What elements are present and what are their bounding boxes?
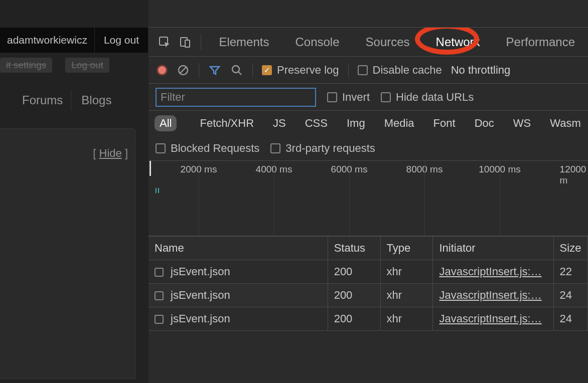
invert-label: Invert — [342, 91, 370, 104]
third-party-label: 3rd-party requests — [285, 142, 375, 155]
device-toolbar-icon[interactable] — [175, 31, 196, 53]
type-wasm[interactable]: Wasm — [545, 115, 586, 131]
request-type-filters: All Fetch/XHR JS CSS Img Media Font Doc … — [149, 111, 588, 136]
tab-network-label: Network — [436, 35, 480, 49]
third-party-requests-toggle[interactable]: 3rd-party requests — [270, 142, 375, 155]
devtools-panel: Elements Console Sources Network Perform… — [149, 0, 588, 383]
col-size[interactable]: Size — [553, 237, 587, 260]
initiator-link[interactable]: JavascriptInsert.js:… — [439, 312, 541, 325]
timeline-activity-tick — [158, 188, 159, 193]
app-toolbar: it settings Log out — [0, 53, 149, 78]
app-nav: Forums Blogs — [0, 85, 149, 115]
table-row[interactable]: jsEvent.json200xhrJavascriptInsert.js:…2… — [149, 307, 588, 331]
checkbox-icon — [270, 143, 280, 153]
settings-button-dimmed[interactable]: it settings — [0, 58, 52, 73]
checkbox-icon — [327, 92, 337, 102]
inspect-element-icon[interactable] — [155, 31, 175, 53]
network-timeline[interactable]: 2000 ms 4000 ms 6000 ms 8000 ms 10000 ms… — [149, 161, 588, 236]
tab-console[interactable]: Console — [282, 28, 352, 57]
invert-toggle[interactable]: Invert — [327, 91, 370, 104]
search-icon[interactable] — [230, 64, 243, 77]
hide-label: Hide — [99, 147, 122, 159]
type-font[interactable]: Font — [428, 115, 461, 131]
devtools-tabs: Elements Console Sources Network Perform… — [149, 28, 588, 57]
filter-icon[interactable] — [208, 64, 221, 77]
record-button[interactable] — [157, 65, 168, 76]
row-checkbox[interactable] — [155, 291, 164, 300]
col-name[interactable]: Name — [149, 237, 328, 260]
preserve-log-toggle[interactable]: ✓ Preserve log — [262, 64, 339, 77]
nav-forums[interactable]: Forums — [14, 90, 71, 110]
type-js[interactable]: JS — [268, 115, 291, 131]
grid-line — [424, 161, 425, 236]
type-img[interactable]: Img — [342, 115, 370, 131]
background-app-panel: adamtworkiewicz Log out it settings Log … — [0, 0, 149, 383]
svg-rect-2 — [185, 40, 190, 47]
filter-input[interactable] — [156, 88, 316, 107]
table-row[interactable]: jsEvent.json200xhrJavascriptInsert.js:…2… — [149, 284, 588, 307]
type-all[interactable]: All — [155, 115, 177, 131]
checkbox-icon — [358, 65, 368, 75]
row-checkbox[interactable] — [155, 268, 164, 277]
app-topbar: adamtworkiewicz Log out — [0, 28, 149, 53]
tab-network[interactable]: Network — [423, 28, 493, 57]
network-toolbar: ✓ Preserve log Disable cache No throttli… — [149, 57, 588, 84]
tab-elements[interactable]: Elements — [206, 28, 282, 57]
grid-line — [500, 161, 500, 236]
grid-line — [349, 161, 350, 236]
hide-data-urls-label: Hide data URLs — [396, 91, 474, 104]
extra-filters: Blocked Requests 3rd-party requests — [149, 136, 588, 161]
throttling-dropdown[interactable]: No throttling — [451, 64, 511, 77]
preserve-log-label: Preserve log — [277, 64, 339, 77]
tab-sources[interactable]: Sources — [353, 28, 423, 57]
checkbox-icon — [156, 143, 166, 153]
col-initiator[interactable]: Initiator — [433, 237, 553, 260]
content-panel: [ Hide ] — [0, 128, 135, 379]
blocked-requests-toggle[interactable]: Blocked Requests — [156, 142, 259, 155]
col-status[interactable]: Status — [328, 237, 380, 260]
row-checkbox[interactable] — [155, 315, 164, 324]
separator — [252, 63, 253, 77]
initiator-link[interactable]: JavascriptInsert.js:… — [439, 289, 541, 301]
disable-cache-toggle[interactable]: Disable cache — [358, 64, 442, 77]
type-css[interactable]: CSS — [300, 115, 333, 131]
checkbox-checked-icon: ✓ — [262, 65, 272, 75]
checkbox-icon — [381, 92, 391, 102]
type-ws[interactable]: WS — [508, 115, 536, 131]
separator — [348, 63, 349, 77]
timeline-activity-tick — [156, 188, 157, 193]
username-label[interactable]: adamtworkiewicz — [0, 28, 95, 53]
disable-cache-label: Disable cache — [373, 64, 442, 77]
timeline-labels: 2000 ms 4000 ms 6000 ms 8000 ms 10000 ms… — [149, 164, 588, 177]
network-request-table: Name Status Type Initiator Size jsEvent.… — [149, 236, 588, 331]
devtools-titlebar-gap — [149, 0, 588, 28]
filter-bar: Invert Hide data URLs — [149, 84, 588, 111]
table-header-row: Name Status Type Initiator Size — [149, 237, 588, 260]
divider — [201, 35, 201, 50]
table-row[interactable]: jsEvent.json200xhrJavascriptInsert.js:…2… — [149, 260, 588, 284]
tab-performance[interactable]: Performance — [493, 28, 588, 57]
logout-button-dimmed[interactable]: Log out — [65, 58, 109, 73]
hide-data-urls-toggle[interactable]: Hide data URLs — [381, 91, 474, 104]
logout-link[interactable]: Log out — [95, 28, 149, 53]
col-type[interactable]: Type — [380, 237, 433, 260]
svg-point-4 — [232, 66, 239, 73]
time-tick: 12000 m — [560, 164, 586, 186]
hide-toggle[interactable]: [ Hide ] — [93, 147, 128, 160]
initiator-link[interactable]: JavascriptInsert.js:… — [439, 265, 541, 278]
type-doc[interactable]: Doc — [470, 115, 499, 131]
grid-line — [274, 161, 274, 236]
type-fetch-xhr[interactable]: Fetch/XHR — [195, 115, 259, 131]
grid-line — [199, 161, 199, 236]
separator — [199, 63, 199, 77]
type-media[interactable]: Media — [379, 115, 419, 131]
nav-blogs[interactable]: Blogs — [73, 90, 119, 110]
clear-icon[interactable] — [177, 64, 190, 77]
blocked-requests-label: Blocked Requests — [171, 142, 259, 155]
